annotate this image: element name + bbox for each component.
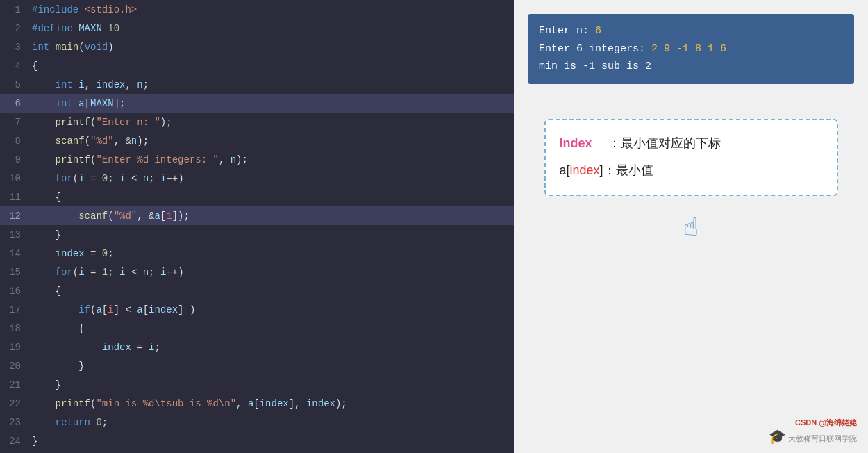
code-line: int i, index, n; [29,75,514,94]
code-line: } [29,375,514,394]
line-number: 21 [0,375,29,394]
table-row: 4 { [0,56,514,75]
watermark-org: 🎓 大教稀写日联网学院 [769,428,857,445]
annotation-index-label: Index [560,136,592,150]
code-line: index = i; [29,338,514,356]
line-number: 16 [0,281,29,300]
line-number: 8 [0,131,29,150]
code-line: #include <stdio.h> [29,0,514,19]
code-table: 1 #include <stdio.h> 2 #define MAXN 10 3… [0,0,514,450]
terminal-line-2: Enter 6 integers: 2 9 -1 8 1 6 [539,40,843,58]
code-line: int a[MAXN]; [29,94,514,113]
line-number: 23 [0,413,29,431]
line-number: 3 [0,38,29,56]
line-number: 20 [0,356,29,375]
terminal-line-3: min is -1 sub is 2 [539,58,843,76]
terminal-integers: 2 9 -1 8 1 6 [651,43,726,55]
code-line: { [29,281,514,300]
line-number: 5 [0,75,29,94]
code-line: index = 0; [29,244,514,263]
line-number: 1 [0,0,29,19]
line-number: 11 [0,188,29,206]
table-row: 14 index = 0; [0,244,514,263]
code-line: scanf("%d", &a[i]); [29,206,514,225]
watermark-csdn: CSDN @海绵姥姥 [769,418,857,428]
table-row: 3 int main(void) [0,38,514,56]
annotation-index-var: index [570,163,600,177]
line-number: 14 [0,244,29,263]
line-number: 12 [0,206,29,225]
table-row: 18 { [0,319,514,338]
table-row: 24 } [0,431,514,450]
table-row: 6 int a[MAXN]; [0,94,514,113]
terminal-text: Enter n: [539,25,595,37]
code-line: printf("min is %d\tsub is %d\n", a[index… [29,394,514,413]
table-row: 15 for(i = 1; i < n; i++) [0,263,514,281]
line-number: 17 [0,300,29,319]
annotation-line-1: Index ：最小值对应的下标 [560,130,823,158]
table-row: 8 scanf("%d", &n); [0,131,514,150]
table-row: 2 #define MAXN 10 [0,19,514,38]
annotation-line1-text: ：最小值对应的下标 [596,136,721,150]
table-row: 9 printf("Enter %d integers: ", n); [0,150,514,169]
terminal-text: Enter 6 integers: [539,43,651,55]
code-line: if(a[i] < a[index] ) [29,300,514,319]
line-number: 4 [0,56,29,75]
table-row: 23 return 0; [0,413,514,431]
line-number: 9 [0,150,29,169]
table-row: 7 printf("Enter n: "); [0,113,514,131]
table-row: 5 int i, index, n; [0,75,514,94]
table-row: 10 for(i = 0; i < n; i++) [0,169,514,188]
line-number: 19 [0,338,29,356]
code-line: return 0; [29,413,514,431]
line-number: 18 [0,319,29,338]
table-row: 16 { [0,281,514,300]
code-line: } [29,356,514,375]
line-number: 6 [0,94,29,113]
line-number: 15 [0,263,29,281]
code-line: scanf("%d", &n); [29,131,514,150]
right-panel: Enter n: 6 Enter 6 integers: 2 9 -1 8 1 … [514,0,868,453]
annotation-a-label: a[ [560,163,570,177]
table-row: 11 { [0,188,514,206]
code-line: } [29,431,514,450]
code-line: for(i = 1; i < n; i++) [29,263,514,281]
table-row: 13 } [0,225,514,244]
code-line: } [29,225,514,244]
hand-pointing-icon: ☝ [683,213,699,243]
code-line: { [29,56,514,75]
terminal-value: 6 [595,25,601,37]
code-line: printf("Enter n: "); [29,113,514,131]
table-row: 20 } [0,356,514,375]
code-line: int main(void) [29,38,514,56]
terminal-output: Enter n: 6 Enter 6 integers: 2 9 -1 8 1 … [528,14,854,84]
terminal-result: min is -1 sub is 2 [539,60,651,72]
line-number: 2 [0,19,29,38]
annotation-box: Index ：最小值对应的下标 a[index]：最小值 [544,119,838,196]
line-number: 24 [0,431,29,450]
table-row: 19 index = i; [0,338,514,356]
code-panel: 1 #include <stdio.h> 2 #define MAXN 10 3… [0,0,514,453]
terminal-line-1: Enter n: 6 [539,22,843,40]
table-row: 22 printf("min is %d\tsub is %d\n", a[in… [0,394,514,413]
code-line: for(i = 0; i < n; i++) [29,169,514,188]
code-line: printf("Enter %d integers: ", n); [29,150,514,169]
table-row: 12 scanf("%d", &a[i]); [0,206,514,225]
line-number: 10 [0,169,29,188]
code-line: { [29,319,514,338]
line-number: 13 [0,225,29,244]
line-number: 22 [0,394,29,413]
watermark: CSDN @海绵姥姥 🎓 大教稀写日联网学院 [769,418,857,445]
annotation-line-2: a[index]：最小值 [560,157,823,185]
table-row: 21 } [0,375,514,394]
annotation-bracket-close: ]：最小值 [600,163,653,177]
table-row: 1 #include <stdio.h> [0,0,514,19]
line-number: 7 [0,113,29,131]
code-line: #define MAXN 10 [29,19,514,38]
table-row: 17 if(a[i] < a[index] ) [0,300,514,319]
code-line: { [29,188,514,206]
